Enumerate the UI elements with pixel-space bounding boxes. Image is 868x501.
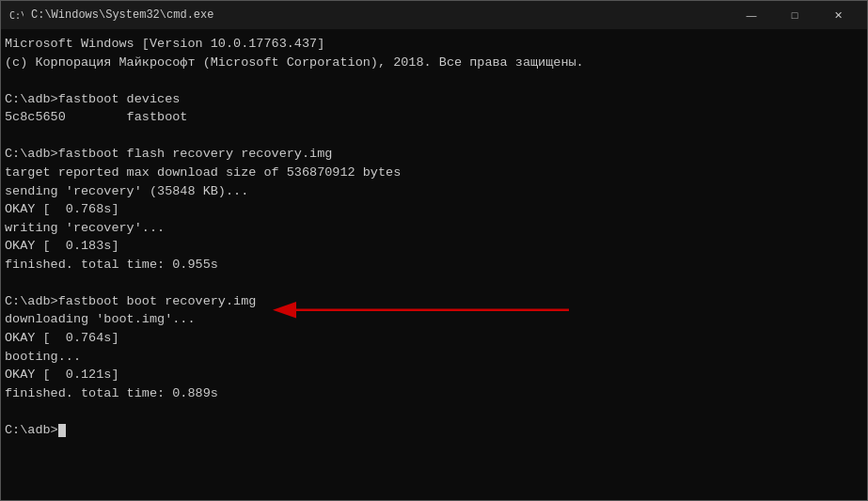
close-button[interactable]: ✕: [816, 1, 860, 29]
cmd-window: C:\ C:\Windows\System32\cmd.exe — □ ✕ Mi…: [0, 0, 868, 501]
cmd-icon: C:\: [8, 8, 24, 23]
titlebar-controls: — □ ✕: [730, 1, 860, 29]
terminal-content: Microsoft Windows [Version 10.0.17763.43…: [5, 35, 863, 439]
terminal-output: Microsoft Windows [Version 10.0.17763.43…: [5, 35, 863, 439]
titlebar-title: C:\Windows\System32\cmd.exe: [31, 8, 730, 22]
minimize-button[interactable]: —: [730, 1, 773, 29]
svg-text:C:\: C:\: [9, 10, 24, 21]
maximize-button[interactable]: □: [773, 1, 816, 29]
terminal-area[interactable]: Microsoft Windows [Version 10.0.17763.43…: [1, 29, 867, 500]
titlebar: C:\ C:\Windows\System32\cmd.exe — □ ✕: [1, 1, 867, 29]
cursor: [58, 424, 66, 437]
